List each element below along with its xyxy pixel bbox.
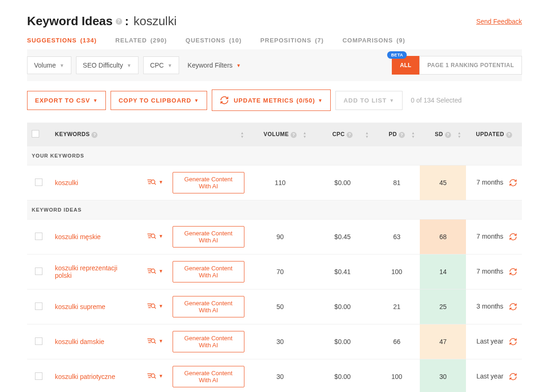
sort-icon: ▲▼ [458, 131, 461, 138]
tab-questions[interactable]: QUESTIONS (10) [186, 37, 242, 44]
col-sd[interactable]: SD?▲▼ [420, 123, 466, 146]
svg-point-3 [151, 180, 155, 184]
cpc-filter[interactable]: CPC▼ [143, 56, 179, 74]
keyword-link[interactable]: koszulki męskie [55, 233, 101, 241]
search-filter-icon[interactable]: ▼ [147, 268, 163, 275]
copy-clipboard-button[interactable]: COPY TO CLIPBOARD▼ [111, 91, 207, 110]
svg-line-14 [154, 272, 156, 274]
selected-count: 0 of 134 Selected [411, 96, 462, 104]
row-checkbox[interactable] [35, 268, 42, 275]
table-row: koszulki patriotyczne ▼Generate Content … [27, 359, 522, 392]
export-csv-button[interactable]: EXPORT TO CSV▼ [27, 91, 106, 110]
search-filter-icon[interactable]: ▼ [147, 338, 163, 344]
updated-cell: 7 months [466, 165, 522, 200]
volume-filter-label: Volume [34, 62, 56, 69]
sd-cell: 30 [420, 359, 466, 392]
col-pd[interactable]: PD?▲▼ [374, 123, 420, 146]
refresh-icon[interactable] [509, 303, 517, 311]
generate-ai-button[interactable]: Generate Content With AI [173, 226, 244, 248]
add-to-list-button[interactable]: ADD TO LIST▼ [335, 91, 402, 110]
keyword-link[interactable]: koszulki reprezentacji polski [55, 264, 125, 279]
keyword-link[interactable]: koszulki patriotyczne [55, 373, 115, 380]
help-icon: ? [399, 132, 405, 138]
svg-point-23 [151, 339, 155, 343]
search-filter-icon[interactable]: ▼ [147, 373, 163, 379]
svg-line-24 [154, 342, 156, 344]
tab-related[interactable]: RELATED (290) [115, 37, 167, 44]
search-filter-icon[interactable]: ▼ [147, 233, 163, 240]
toggle-ranking[interactable]: PAGE 1 RANKING POTENTIAL [419, 56, 522, 75]
generate-ai-button[interactable]: Generate Content With AI [173, 331, 244, 352]
svg-line-19 [154, 307, 156, 309]
keywords-table: KEYWORDS?▲▼ VOLUME?▲▼ CPC?▲▼ PD?▲▼ SD?▲▼… [27, 123, 522, 392]
update-label: UPDATE METRICS [234, 97, 294, 104]
tab-count: (10) [229, 37, 242, 44]
sd-cell: 45 [420, 165, 466, 200]
keyword-filters-label: Keyword Filters [188, 62, 232, 69]
keyword-link[interactable]: koszulki supreme [55, 303, 105, 310]
sd-cell: 68 [420, 220, 466, 254]
keyword-link[interactable]: koszulki [55, 179, 78, 186]
seo-difficulty-label: SEO Difficulty [83, 62, 123, 69]
update-metrics-button[interactable]: UPDATE METRICS (0/50) ▼ [212, 89, 331, 111]
tab-count: (9) [396, 37, 405, 44]
search-filter-icon[interactable]: ▼ [147, 303, 163, 309]
chevron-down-icon: ▼ [194, 98, 199, 103]
volume-cell: 70 [249, 254, 312, 289]
updated-cell: Last year [466, 324, 522, 359]
table-row: koszulki supreme ▼Generate Content With … [27, 289, 522, 324]
svg-line-29 [154, 377, 156, 378]
help-icon: ? [506, 132, 512, 138]
help-icon: ? [91, 132, 97, 138]
col-updated[interactable]: UPDATED? [466, 123, 522, 146]
keyword-filters[interactable]: Keyword Filters▼ [188, 62, 241, 69]
cpc-cell: $0.00 [312, 324, 374, 359]
help-icon: ? [347, 132, 353, 138]
toggle-all[interactable]: ALL [392, 56, 419, 75]
chevron-down-icon: ▼ [60, 63, 64, 68]
tab-comparisons[interactable]: COMPARISONS (9) [342, 37, 405, 44]
generate-ai-button[interactable]: Generate Content With AI [173, 366, 244, 387]
tab-bar: SUGGESTIONS (134)RELATED (290)QUESTIONS … [27, 37, 522, 49]
volume-cell: 50 [249, 289, 312, 324]
seo-difficulty-filter[interactable]: SEO Difficulty▼ [76, 56, 139, 74]
sort-icon: ▲▼ [303, 131, 306, 138]
svg-line-4 [154, 183, 156, 185]
row-checkbox[interactable] [35, 233, 42, 240]
keyword-link[interactable]: koszulki damskie [55, 338, 104, 345]
tab-suggestions[interactable]: SUGGESTIONS (134) [27, 37, 97, 44]
cpc-cell: $0.00 [312, 289, 374, 324]
tab-count: (7) [315, 37, 324, 44]
refresh-icon[interactable] [509, 233, 517, 241]
chevron-down-icon: ▼ [159, 303, 163, 309]
row-checkbox[interactable] [35, 337, 42, 345]
view-toggle: BETA ALLPAGE 1 RANKING POTENTIAL [392, 56, 522, 75]
refresh-icon[interactable] [509, 268, 517, 276]
chevron-down-icon: ▼ [389, 98, 395, 103]
volume-cell: 30 [249, 324, 312, 359]
row-checkbox[interactable] [35, 303, 42, 310]
col-pd-label: PD [389, 131, 397, 138]
col-cpc[interactable]: CPC?▲▼ [312, 123, 374, 146]
refresh-icon[interactable] [509, 337, 517, 346]
generate-ai-button[interactable]: Generate Content With AI [173, 172, 244, 193]
generate-ai-button[interactable]: Generate Content With AI [173, 296, 244, 317]
row-checkbox[interactable] [35, 179, 42, 186]
svg-point-8 [151, 234, 155, 238]
chevron-down-icon: ▼ [318, 98, 323, 103]
search-filter-icon[interactable]: ▼ [147, 179, 163, 186]
refresh-icon[interactable] [509, 179, 517, 187]
help-icon[interactable]: ? [116, 18, 122, 25]
col-volume[interactable]: VOLUME?▲▼ [249, 123, 312, 146]
page-title: Keyword Ideas ? : koszulki [27, 14, 177, 28]
tab-prepositions[interactable]: PREPOSITIONS (7) [260, 37, 324, 44]
col-keywords[interactable]: KEYWORDS?▲▼ [50, 123, 249, 146]
volume-filter[interactable]: Volume▼ [27, 56, 71, 74]
refresh-icon[interactable] [509, 372, 517, 381]
row-checkbox[interactable] [35, 372, 42, 380]
cpc-cell: $0.00 [312, 359, 374, 392]
cpc-cell: $0.41 [312, 254, 374, 289]
generate-ai-button[interactable]: Generate Content With AI [173, 261, 244, 282]
select-all-checkbox[interactable] [32, 130, 39, 138]
send-feedback-link[interactable]: Send Feedback [476, 18, 522, 25]
